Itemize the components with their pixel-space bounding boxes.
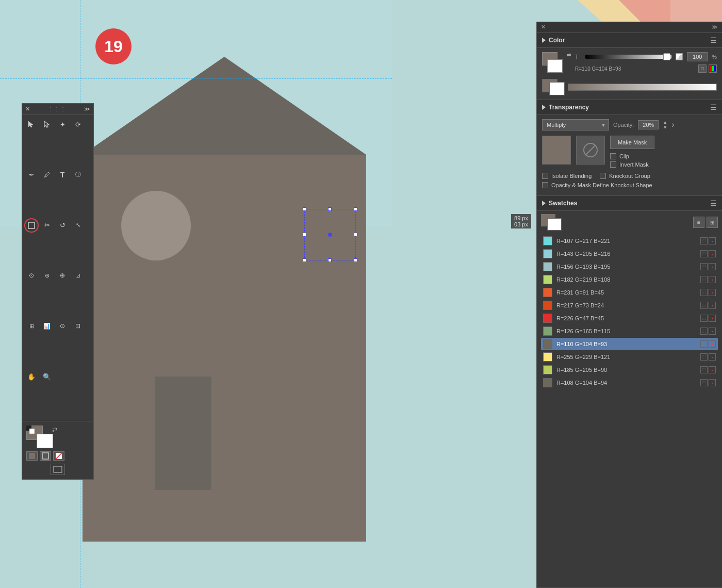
- tool-direct-selection[interactable]: [40, 117, 54, 132]
- tool-free-transform[interactable]: ⊛: [40, 268, 54, 283]
- color-fg-bg-swatch[interactable]: [542, 52, 563, 73]
- tool-slice[interactable]: ⊡: [71, 319, 85, 333]
- tool-scissors[interactable]: ✂: [40, 218, 54, 233]
- invert-mask-checkbox[interactable]: [610, 161, 616, 168]
- color-panel-header[interactable]: Color ☰: [537, 33, 722, 48]
- swatches-panel-menu[interactable]: ☰: [710, 199, 717, 207]
- toolbar-bottom: ⇄: [22, 421, 93, 479]
- opacity-next-icon[interactable]: ›: [671, 120, 674, 129]
- opacity-down-arrow[interactable]: ▼: [663, 125, 667, 130]
- toolbar-reset-colors[interactable]: [26, 426, 35, 434]
- toolbar-close-button[interactable]: ✕: [25, 106, 30, 112]
- list-item[interactable]: R=156 G=193 B=195 ⬚ ▪: [541, 260, 718, 273]
- list-item[interactable]: R=217 G=73 B=24 ⬚ ▪: [541, 299, 718, 312]
- swatches-current-color[interactable]: [541, 214, 562, 231]
- clip-checkbox[interactable]: [610, 153, 616, 159]
- color-t-slider[interactable]: [585, 55, 671, 59]
- color-gradient-nub[interactable]: [676, 53, 683, 60]
- color-mode-color[interactable]: [709, 64, 717, 73]
- list-item[interactable]: R=108 G=104 B=94 ⬚ ▪: [541, 377, 718, 389]
- toolbar-header[interactable]: ✕ ⋮⋮⋮ ≫: [22, 104, 93, 115]
- selection-handle-br[interactable]: [354, 258, 357, 262]
- color-t-thumb[interactable]: [663, 53, 670, 60]
- selection-handle-bl[interactable]: [303, 258, 306, 262]
- transparency-panel-menu[interactable]: ☰: [710, 103, 717, 111]
- panel-close-button[interactable]: ✕: [541, 24, 546, 30]
- tool-touch-type[interactable]: Ⓣ: [71, 168, 85, 182]
- opacity-mask-define-checkbox[interactable]: [542, 182, 548, 188]
- selection-handle-ml[interactable]: [303, 233, 306, 236]
- selection-handle-bc[interactable]: [328, 258, 332, 262]
- swatch-name: R=143 G=205 B=216: [556, 251, 696, 257]
- tool-zoom[interactable]: 🔍: [40, 369, 54, 384]
- list-item[interactable]: R=255 G=229 B=121 ⬚ ▪: [541, 351, 718, 363]
- toolbar-screen-mode-btn[interactable]: [51, 464, 65, 475]
- tool-curvature[interactable]: 🖊: [40, 168, 54, 182]
- selection-handle-tl[interactable]: [303, 207, 306, 211]
- toolbar-swap-colors[interactable]: ⇄: [52, 426, 57, 433]
- toolbar-collapse-button[interactable]: ≫: [84, 106, 90, 112]
- isolate-blending-checkbox[interactable]: [542, 173, 548, 179]
- opacity-up-arrow[interactable]: ▲: [663, 120, 667, 125]
- color-swap-icon[interactable]: ⇄: [567, 52, 571, 58]
- selection-handle-mr[interactable]: [354, 233, 357, 236]
- color-swatch-pair[interactable]: [542, 79, 565, 95]
- tool-scale[interactable]: ⤡: [71, 218, 85, 233]
- color-mode-gray[interactable]: □: [698, 64, 707, 73]
- transparency-panel-header[interactable]: Transparency ☰: [537, 100, 722, 115]
- swatches-toolbar: ≡ ⊞: [541, 214, 718, 231]
- tool-type[interactable]: T: [55, 168, 70, 182]
- panel-window-header: ✕ ≫: [537, 22, 722, 33]
- swatch-list-view-button[interactable]: ≡: [693, 217, 704, 228]
- transparency-panel: Transparency ☰ Multiply Normal Screen Ov…: [537, 100, 722, 196]
- list-item[interactable]: R=110 G=104 B=93 ⬚ ▪: [541, 338, 718, 350]
- tool-rotate[interactable]: ↺: [55, 218, 70, 233]
- swatch-grid-view-button[interactable]: ⊞: [707, 217, 718, 228]
- tool-graph[interactable]: 📊: [40, 319, 54, 333]
- toolbar-none-mode[interactable]: [53, 451, 64, 461]
- swatches-panel-header[interactable]: Swatches ☰: [537, 196, 722, 211]
- swatch-type-icons: ⬚ ▪: [700, 263, 716, 270]
- toolbar-drag-handle[interactable]: ⋮⋮⋮: [30, 106, 84, 112]
- list-item[interactable]: R=185 G=205 B=90 ⬚ ▪: [541, 364, 718, 376]
- list-item[interactable]: R=143 G=205 B=216 ⬚ ▪: [541, 248, 718, 260]
- selection-box[interactable]: [304, 209, 356, 260]
- blend-mode-select[interactable]: Multiply Normal Screen Overlay: [542, 119, 609, 130]
- toolbar-stroke-mode[interactable]: [40, 451, 51, 461]
- opacity-input[interactable]: [638, 120, 659, 129]
- list-item[interactable]: R=231 G=91 B=45 ⬚ ▪: [541, 286, 718, 299]
- tool-lasso[interactable]: ⟳: [71, 117, 85, 132]
- selection-handle-tr[interactable]: [354, 207, 357, 211]
- list-item[interactable]: R=126 G=165 B=115 ⬚ ▪: [541, 325, 718, 337]
- selection-handle-tc[interactable]: [328, 207, 332, 211]
- tool-magic-wand[interactable]: ✦: [55, 117, 70, 132]
- list-item[interactable]: R=226 G=47 B=45 ⬚ ▪: [541, 312, 718, 324]
- canvas: 19 89 px 03 px ✕ ⋮⋮⋮ ≫ ✦ ⟳: [0, 0, 722, 588]
- tool-hand[interactable]: ✋: [24, 369, 39, 384]
- toolbar-fill-mode[interactable]: [26, 451, 38, 461]
- swatches-slash: [541, 214, 555, 226]
- make-mask-button[interactable]: Make Mask: [610, 136, 654, 149]
- toolbar-background-color[interactable]: [37, 434, 53, 448]
- tool-symbol-sprayer[interactable]: ⊙: [55, 319, 70, 333]
- tool-perspective-grid[interactable]: ⊿: [71, 268, 85, 283]
- mask-thumbnail[interactable]: [542, 136, 571, 165]
- opacity-stepper[interactable]: ▲ ▼: [663, 120, 667, 130]
- color-t-label: T: [575, 54, 581, 60]
- mask-empty-thumb[interactable]: [576, 136, 605, 165]
- tool-rectangle[interactable]: [24, 218, 39, 233]
- knockout-group-checkbox[interactable]: [600, 173, 606, 179]
- tool-shape-builder[interactable]: ⊕: [55, 268, 70, 283]
- swatch-rgb-icon: ▪: [709, 289, 716, 296]
- tool-mesh[interactable]: ⊞: [24, 319, 39, 333]
- tool-pen[interactable]: ✒: [24, 168, 39, 182]
- color-gradient-bar[interactable]: [568, 84, 717, 91]
- color-t-input[interactable]: [687, 52, 708, 61]
- list-item[interactable]: R=182 G=219 B=108 ⬚ ▪: [541, 273, 718, 286]
- list-item[interactable]: R=107 G=217 B=221 ⬚ ▪: [541, 235, 718, 247]
- panel-collapse-button[interactable]: ≫: [712, 24, 718, 30]
- tool-width[interactable]: ⊙: [24, 268, 39, 283]
- knockout-group-label: Knockout Group: [609, 173, 650, 179]
- color-panel-menu[interactable]: ☰: [710, 36, 717, 44]
- tool-selection[interactable]: [24, 117, 39, 132]
